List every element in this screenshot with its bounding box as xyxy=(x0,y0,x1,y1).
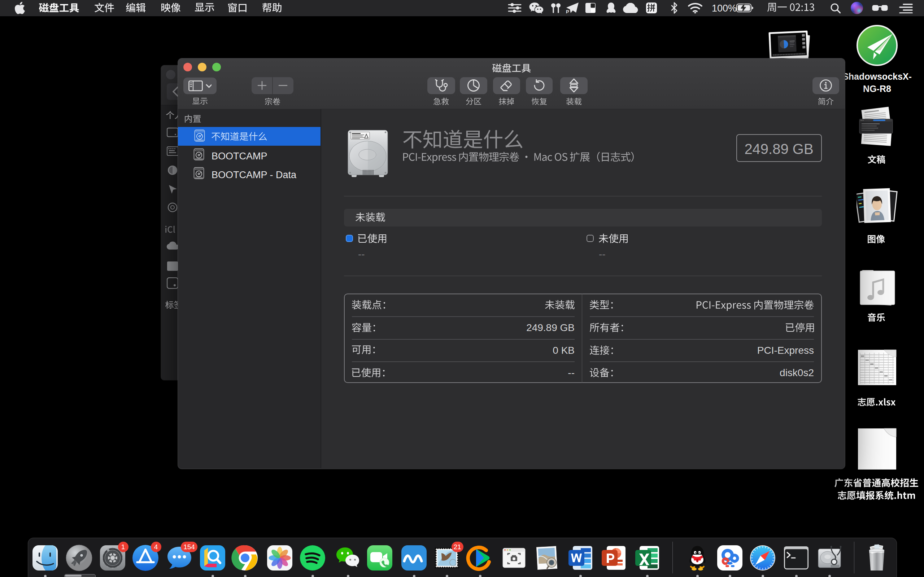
svg-text:P: P xyxy=(566,9,569,14)
